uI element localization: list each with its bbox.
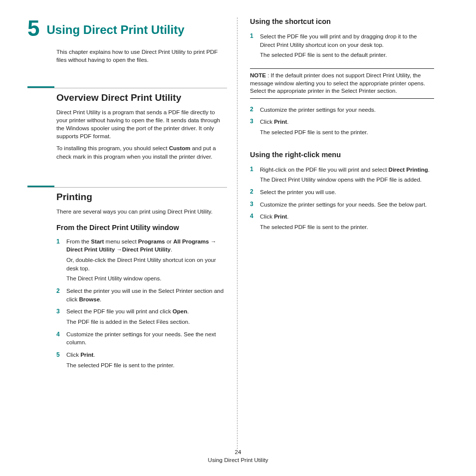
list-item: 2 Customize the printer settings for you… [250, 106, 434, 116]
step-number: 1 [250, 166, 260, 186]
list-item: 3Customize the printer settings for your… [250, 201, 434, 211]
step-body: Select the printer you will use. [260, 188, 434, 199]
step-number: 4 [250, 213, 260, 233]
step-number: 2 [250, 106, 260, 116]
page-footer: 24 Using Direct Print Utility [0, 448, 476, 464]
step-number: 4 [56, 330, 66, 349]
from-window-heading: From the Direct Print Utility window [56, 224, 227, 232]
rightclick-heading: Using the right-click menu [250, 151, 434, 159]
step-number: 2 [56, 287, 66, 305]
step-number: 1 [250, 32, 260, 61]
chapter-number: 5 [27, 17, 39, 39]
step-number: 3 [56, 307, 66, 328]
list-item: 2Select the printer you will use in the … [56, 287, 227, 305]
note-box: NOTE : If the default printer does not s… [250, 68, 434, 99]
list-item: 3Select the PDF file you will print and … [56, 307, 227, 328]
overview-p1: Direct Print Utility is a program that s… [56, 108, 227, 140]
list-item: 1 Select the PDF file you will print and… [250, 32, 434, 61]
list-item: 5Click Print.The selected PDF file is se… [56, 351, 227, 371]
shortcut-heading: Using the shortcut icon [250, 17, 434, 25]
step-body: Click Print.The selected PDF file is sen… [260, 213, 434, 233]
step-body: Customize the printer settings for your … [66, 330, 227, 349]
note-text: If the default printer does not support … [250, 72, 425, 94]
chapter-intro: This chapter explains how to use Direct … [56, 48, 227, 64]
overview-p2: To installing this program, you should s… [56, 144, 227, 160]
step-number: 1 [56, 238, 66, 285]
printing-heading: Printing [56, 192, 227, 203]
printing-intro: There are several ways you can print usi… [56, 208, 227, 216]
step-body: Select the printer you will use in the S… [66, 287, 227, 305]
list-item: 1Right-click on the PDF file you will pr… [250, 166, 434, 186]
step-body: From the Start menu select Programs or A… [66, 238, 227, 285]
step-body: Select the PDF file you will print and c… [66, 307, 227, 328]
rightclick-steps: 1Right-click on the PDF file you will pr… [250, 166, 434, 234]
chapter-header: 5 Using Direct Print Utility [27, 17, 227, 39]
from-window-steps: 1From the Start menu select Programs or … [56, 238, 227, 372]
section-overview: Overview Direct Print Utility Direct Pri… [27, 86, 227, 161]
step-body: Right-click on the PDF file you will pri… [260, 166, 434, 186]
note-label: NOTE [250, 72, 266, 78]
step-body: Click Print.The selected PDF file is sen… [66, 351, 227, 371]
step-number: 3 [250, 201, 260, 211]
footer-title: Using Direct Print Utility [0, 456, 476, 464]
list-item: 3 Click Print.The selected PDF file is s… [250, 118, 434, 138]
shortcut-steps-2: 2 Customize the printer settings for you… [250, 106, 434, 139]
step-number: 3 [250, 118, 260, 138]
list-item: 4Customize the printer settings for your… [56, 330, 227, 349]
section-rightclick: Using the right-click menu 1Right-click … [250, 151, 434, 234]
step-number: 5 [56, 351, 66, 371]
left-column: 5 Using Direct Print Utility This chapte… [27, 17, 237, 449]
overview-heading: Overview Direct Print Utility [56, 92, 227, 103]
page-number: 24 [0, 448, 476, 456]
heading-rule [27, 187, 227, 188]
list-item: 2Select the printer you will use. [250, 188, 434, 199]
section-printing: Printing There are several ways you can … [27, 186, 227, 372]
step-body: Customize the printer settings for your … [260, 201, 434, 211]
step-number: 2 [250, 188, 260, 199]
heading-rule [27, 88, 227, 88]
list-item: 1From the Start menu select Programs or … [56, 238, 227, 285]
shortcut-steps-1: 1 Select the PDF file you will print and… [250, 32, 434, 61]
chapter-title: Using Direct Print Utility [46, 23, 184, 39]
right-column: Using the shortcut icon 1 Select the PDF… [237, 17, 434, 449]
section-shortcut: Using the shortcut icon 1 Select the PDF… [250, 17, 434, 139]
list-item: 4Click Print.The selected PDF file is se… [250, 213, 434, 233]
